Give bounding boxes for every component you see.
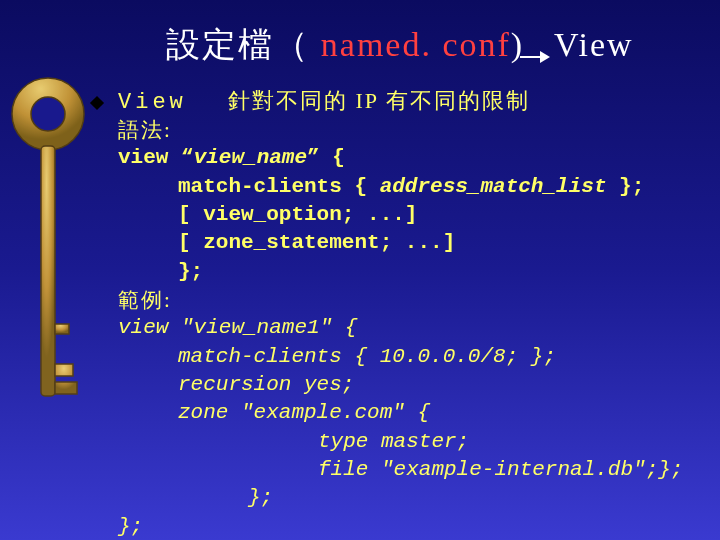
svg-point-1 — [31, 97, 65, 131]
slide-title: 設定檔（ named. conf) View — [110, 22, 690, 68]
example-l4: zone "example.com" { — [118, 399, 690, 427]
bullet-desc: 針對不同的 IP 有不同的限制 — [228, 86, 530, 116]
title-prefix: 設定檔（ — [166, 26, 321, 63]
syntax-l4: [ zone_statement; ...] — [118, 229, 690, 257]
syntax-l5: }; — [118, 258, 690, 286]
syntax-l2: match-clients { address_match_list }; — [118, 173, 690, 201]
example-l7: }; — [118, 484, 690, 512]
bullet-label: View — [118, 90, 228, 115]
arrow-icon — [520, 42, 550, 54]
example-l3: recursion yes; — [118, 371, 690, 399]
example-l2: match-clients { 10.0.0.0/8; }; — [118, 343, 690, 371]
title-red: named. conf — [321, 26, 511, 63]
title-suffix: View — [544, 26, 634, 63]
syntax-l1: view “view_name” { — [118, 144, 690, 172]
example-l5: type master; — [118, 428, 690, 456]
example-l6: file "example-internal.db";}; — [118, 456, 690, 484]
bullet-icon — [90, 96, 104, 110]
bullet-row: View 針對不同的 IP 有不同的限制 — [90, 86, 690, 116]
syntax-l3: [ view_option; ...] — [118, 201, 690, 229]
slide-content: 設定檔（ named. conf) View View 針對不同的 IP 有不同… — [90, 22, 690, 540]
syntax-label: 語法: — [118, 116, 690, 144]
key-graphic — [8, 64, 88, 484]
example-l1: view "view_name1" { — [118, 314, 690, 342]
example-label: 範例: — [118, 286, 690, 314]
body-block: 語法: view “view_name” { match-clients { a… — [118, 116, 690, 540]
example-l8: }; — [118, 513, 690, 540]
svg-rect-2 — [41, 146, 55, 396]
slide-root: 設定檔（ named. conf) View View 針對不同的 IP 有不同… — [0, 0, 720, 540]
